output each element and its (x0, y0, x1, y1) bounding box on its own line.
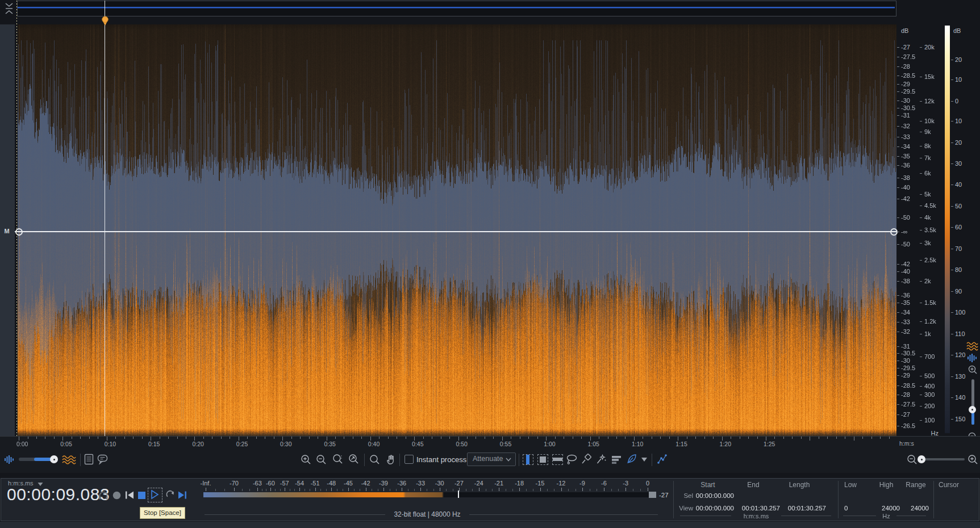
ruler-tick (406, 437, 406, 439)
play-to-end-icon[interactable] (177, 491, 187, 500)
go-to-start-icon[interactable] (124, 491, 135, 500)
hand-tool-icon[interactable] (385, 454, 397, 466)
zoom-selection-icon[interactable] (332, 454, 344, 466)
select-time-icon[interactable] (523, 454, 533, 465)
freq-scale-label: 3k (924, 240, 931, 246)
wave-db-scale-label: -27 (901, 411, 910, 418)
wave-db-scale-tick (897, 385, 899, 386)
ruler-tick (546, 437, 547, 441)
ruler-tick (827, 437, 828, 439)
horizontal-zoom-slider-track[interactable] (919, 458, 965, 460)
process-mode-value: Attenuate (473, 455, 503, 463)
record-button-icon[interactable] (112, 491, 122, 500)
toolbar-separator (399, 454, 400, 466)
play-button-icon[interactable] (150, 489, 159, 500)
meter-tick (257, 488, 258, 491)
playhead-line[interactable] (105, 1, 105, 436)
format-divider-left (205, 514, 385, 515)
wave-db-scale-label: -30 (901, 357, 910, 364)
wave-db-scale-tick (897, 91, 899, 92)
ruler-tick (186, 437, 186, 439)
spectrogram-tool-icon[interactable] (62, 454, 76, 465)
ruler-tick (309, 437, 310, 439)
legend-scale-label: 150 (955, 416, 965, 422)
zoom-fit-icon[interactable] (348, 454, 360, 466)
freq-table-header: Low (844, 481, 857, 489)
waveform-view-icon[interactable] (967, 353, 978, 363)
select-time-freq-icon[interactable] (537, 454, 548, 465)
overview-collapse-control[interactable] (3, 1, 15, 15)
legend-scale-label: 140 (955, 394, 965, 401)
zoom-in-icon[interactable] (301, 454, 311, 465)
ruler-tick (819, 437, 819, 439)
freq-scale-label: 7k (924, 154, 931, 161)
ruler-tick (810, 437, 810, 441)
feather-brush-icon[interactable] (625, 453, 639, 466)
wave-db-scale-tick (897, 332, 899, 332)
playhead-marker-icon[interactable] (101, 16, 110, 26)
stop-tooltip: Stop [Space] (140, 507, 185, 519)
wave-db-scale-tick (897, 115, 899, 116)
wave-db-scale-label: -29 (901, 81, 910, 87)
wave-db-scale-tick (897, 66, 899, 67)
ruler-tick (80, 437, 81, 439)
ruler-tick (748, 437, 749, 439)
meter-tick (366, 488, 366, 491)
freq-scale-label: 200 (924, 403, 935, 409)
lasso-tool-icon[interactable] (566, 454, 578, 466)
wave-db-scale-label: -30.5 (901, 104, 915, 111)
freq-scale-tick (920, 260, 922, 261)
meter-tick (540, 488, 541, 491)
spectrogram-legend-bar (945, 26, 950, 433)
meter-tick-minor (446, 489, 447, 491)
wave-db-scale-tick (897, 156, 899, 157)
horizontal-zoom-in-icon[interactable] (968, 454, 978, 465)
wave-db-scale-label: -30.5 (901, 350, 915, 357)
freq-scale-label: 20k (924, 44, 935, 51)
meter-scale-label: 0 (646, 480, 649, 487)
zoom-out-icon[interactable] (316, 454, 327, 465)
wave-db-scale-tick (897, 47, 899, 48)
wave-db-scale-label: -34 (901, 143, 910, 150)
magic-wand-icon[interactable] (595, 454, 607, 466)
ruler-tick (212, 437, 212, 439)
clipboard-icon[interactable] (83, 453, 95, 466)
ruler-tick (783, 437, 784, 439)
vertical-zoom-in-icon[interactable] (968, 364, 978, 375)
selection-value: 00:00:00.000 (672, 492, 734, 499)
select-freq-icon[interactable] (552, 454, 563, 465)
waveform-tool-icon[interactable] (4, 454, 15, 465)
meter-tick-minor (492, 489, 493, 491)
ruler-tick (599, 437, 599, 439)
waveform-center-line[interactable] (15, 231, 897, 232)
legend-scale-tick (951, 206, 953, 207)
levels-adjust-icon[interactable] (611, 454, 623, 466)
overview-strip[interactable] (17, 1, 896, 16)
wave-db-scale-tick (897, 126, 899, 127)
nodes-curve-icon[interactable] (656, 453, 669, 466)
comment-bubble-icon[interactable] (97, 453, 110, 466)
process-mode-dropdown[interactable]: Attenuate (467, 452, 516, 466)
legend-scale-label: 90 (955, 288, 962, 295)
monitor-headphones-icon[interactable] (98, 490, 109, 501)
horizontal-zoom-out-icon[interactable] (907, 454, 918, 465)
wave-db-scale-tick (897, 281, 899, 282)
brush-dropdown-arrow-icon[interactable] (641, 457, 648, 462)
spectrogram-canvas[interactable] (18, 24, 896, 436)
spectrogram-view-icon[interactable] (966, 341, 978, 351)
freq-scale-tick (920, 47, 922, 48)
selection-table-header: Length (777, 481, 822, 489)
brush-tool-icon[interactable] (581, 454, 593, 466)
stop-button-icon[interactable] (137, 491, 146, 500)
wave-db-scale-label: -28.5 (901, 72, 915, 79)
search-icon[interactable] (369, 454, 380, 465)
ruler-tick (335, 437, 336, 439)
instant-process-checkbox[interactable] (404, 455, 414, 464)
legend-scale-label: 10 (955, 118, 962, 124)
wave-db-scale-tick (897, 165, 899, 166)
freq-scale-label: 8k (924, 143, 931, 149)
wave-db-scale-label: -38 (901, 174, 910, 181)
ruler-tick (133, 437, 134, 439)
loop-playback-icon[interactable] (165, 490, 176, 501)
wave-db-scale-label: -27 (901, 44, 910, 51)
